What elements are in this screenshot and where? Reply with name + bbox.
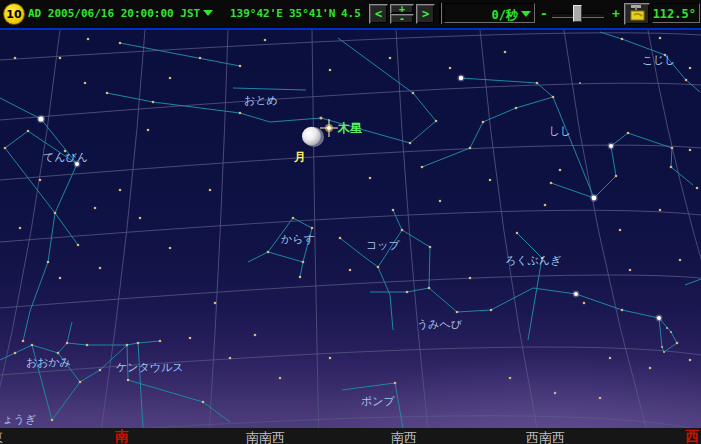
latitude-display: 35°41'N — [289, 7, 335, 20]
settings-tool-button[interactable] — [624, 3, 650, 25]
slider-minus-label[interactable]: - — [540, 6, 548, 21]
constellation-line — [402, 230, 430, 247]
star — [302, 261, 305, 264]
coordinate-grid — [0, 30, 701, 428]
star — [552, 96, 555, 99]
constellation-label: ポンプ — [361, 395, 396, 408]
star — [99, 267, 102, 270]
star — [482, 121, 485, 124]
star — [449, 67, 452, 70]
star — [199, 57, 202, 60]
limit-magnitude-display: 4.5 — [341, 7, 361, 20]
star — [106, 92, 109, 95]
slider-plus-label[interactable]: + — [612, 6, 620, 21]
direction-label: 南西 — [391, 429, 417, 444]
direction-label: 南南西 — [246, 429, 285, 444]
constellation-line — [321, 118, 410, 143]
constellation-line — [378, 267, 393, 330]
step-decrease-button[interactable]: - — [390, 14, 414, 24]
toolbar-separator — [439, 3, 442, 24]
star — [459, 76, 463, 80]
star — [19, 227, 22, 230]
longitude-display: 139°42'E — [230, 7, 283, 20]
direction-label: 南 — [115, 428, 129, 444]
moon-label: 月 — [293, 150, 306, 164]
star — [152, 101, 155, 104]
star — [621, 38, 624, 41]
constellation-line — [138, 343, 143, 428]
star — [615, 175, 618, 178]
star — [39, 179, 42, 182]
star — [59, 57, 62, 60]
star — [676, 342, 679, 345]
star — [38, 116, 43, 121]
star — [139, 217, 142, 220]
star — [66, 342, 69, 345]
star — [406, 291, 409, 294]
constellation-label: コップ — [366, 239, 401, 252]
star — [670, 166, 673, 169]
star — [54, 212, 57, 215]
star — [696, 187, 699, 190]
star — [59, 277, 62, 280]
star — [429, 246, 432, 249]
azimuth-panel: 112.5° — [652, 3, 700, 23]
datetime-display[interactable]: AD 2005/06/16 20:00:00 JST — [28, 7, 200, 20]
sky-chart-canvas[interactable]: おとめてんびんししこじしからすコップろくぶんぎうみへびおおかみケンタウルスポンプ… — [0, 30, 701, 428]
star — [339, 237, 342, 240]
star — [27, 130, 30, 133]
star — [621, 309, 624, 312]
star — [504, 51, 507, 54]
star — [609, 357, 612, 360]
star — [401, 229, 404, 232]
step-forward-button[interactable]: > — [416, 4, 435, 24]
rate-slider-handle[interactable] — [573, 5, 582, 22]
rate-dropdown-icon[interactable] — [521, 11, 531, 17]
sky-chart-area[interactable]: おとめてんびんししこじしからすコップろくぶんぎうみへびおおかみケンタウルスポンプ… — [0, 30, 701, 428]
star — [126, 344, 129, 347]
animation-rate-select[interactable]: 0/秒 — [444, 3, 535, 23]
star — [627, 132, 630, 135]
star — [202, 401, 205, 404]
star — [666, 327, 668, 329]
star — [377, 266, 380, 269]
constellation-line — [338, 38, 436, 121]
star — [229, 357, 232, 360]
star — [685, 79, 688, 82]
star — [47, 261, 50, 264]
constellation-line — [23, 213, 55, 341]
star — [137, 342, 140, 345]
star — [189, 337, 192, 340]
star — [329, 69, 332, 72]
step-back-button[interactable]: < — [369, 4, 388, 24]
toolbar: 10 AD 2005/06/16 20:00:00 JST 139°42'E 3… — [0, 0, 701, 28]
star — [127, 379, 130, 382]
star — [349, 269, 352, 272]
star — [428, 287, 431, 290]
datetime-dropdown-icon[interactable] — [203, 10, 213, 16]
star — [574, 292, 578, 296]
star — [31, 344, 34, 347]
star — [536, 82, 539, 85]
constellation-label: じょうぎ — [0, 413, 36, 426]
star — [214, 302, 217, 305]
star — [544, 204, 547, 207]
constellation-label: ろくぶんぎ — [505, 254, 561, 267]
star — [609, 144, 613, 148]
moon — [302, 127, 321, 146]
star — [412, 92, 415, 95]
star — [292, 217, 295, 220]
star — [689, 359, 692, 362]
star — [329, 357, 332, 360]
constellation-label: うみへび — [417, 318, 463, 331]
star — [649, 367, 652, 370]
time-step-badge[interactable]: 10 — [3, 3, 25, 25]
constellation-label: ケンタウルス — [116, 361, 184, 374]
star — [51, 419, 54, 422]
star — [87, 38, 90, 41]
constellation-line — [594, 133, 693, 198]
star — [516, 232, 519, 235]
star — [671, 147, 674, 150]
star — [369, 177, 372, 180]
star — [267, 251, 270, 254]
